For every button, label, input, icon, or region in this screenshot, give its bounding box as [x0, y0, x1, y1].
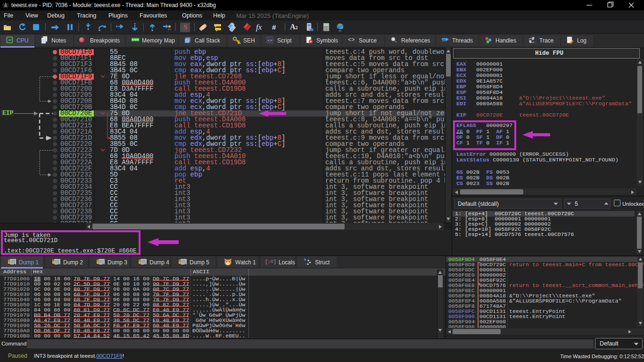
svg-text:32: 32 — [8, 38, 12, 42]
svg-text:<>: <> — [268, 38, 272, 42]
